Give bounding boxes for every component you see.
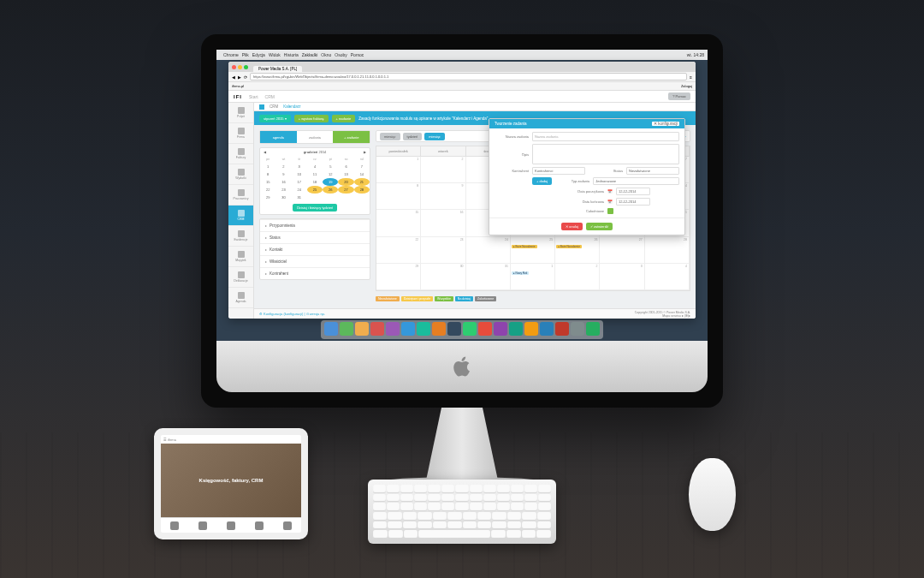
bigcal-cell[interactable]: 4 xyxy=(645,264,690,290)
new-invoice-button[interactable]: + wystaw fakturę xyxy=(294,115,329,122)
bigcal-cell[interactable]: 25● Boże Narodzenie xyxy=(511,237,555,264)
footer-left[interactable]: ⚙ Konfiguracja (konfiguracji) | ⊙ wersja… xyxy=(259,312,325,316)
bigcal-cell[interactable]: 9 xyxy=(421,183,465,210)
nav-item-pulpit[interactable]: Pulpit xyxy=(228,103,253,123)
mini-cal-day[interactable]: 17 xyxy=(292,178,307,186)
menu-people[interactable]: Osoby xyxy=(335,52,346,57)
mini-cal-day[interactable]: 19 xyxy=(323,178,338,186)
save-button[interactable]: ✓ zatwierdź xyxy=(586,223,613,230)
mini-cal-day[interactable]: 26 xyxy=(323,186,338,194)
back-icon[interactable]: ◀ xyxy=(232,74,235,80)
select-status[interactable]: Niezałatwione xyxy=(626,167,679,175)
mini-cal-day[interactable]: 15 xyxy=(260,178,275,186)
header-tab-crm[interactable]: CRM xyxy=(265,94,275,99)
nav-item-ewidencje[interactable]: Ewidencje xyxy=(228,226,253,247)
input-description[interactable] xyxy=(532,144,679,164)
maximize-window-icon[interactable] xyxy=(244,65,248,69)
menu-bookmarks[interactable]: Zakładki xyxy=(302,52,318,57)
bigcal-cell[interactable]: 31 xyxy=(466,264,511,290)
mini-cal-day[interactable]: 23 xyxy=(275,186,291,194)
browser-tab[interactable]: Power Media S.A. [PL] xyxy=(253,66,302,72)
nav-item-majątek[interactable]: Majątek xyxy=(228,247,253,267)
menu-file[interactable]: Plik xyxy=(242,52,249,57)
extension-label[interactable]: Zaloguj xyxy=(681,84,692,88)
apple-mouse[interactable] xyxy=(689,458,736,531)
help-button[interactable]: ? Pomoc xyxy=(668,92,690,100)
today-button[interactable]: Dzisiaj i bieżący tydzień xyxy=(293,204,337,212)
cal-next-icon[interactable]: ▶ xyxy=(364,150,366,154)
calendar-icon[interactable]: 📅 xyxy=(607,189,613,194)
select-task-type[interactable]: Jednorazowe xyxy=(593,177,679,185)
mini-cal-day[interactable]: 1 xyxy=(260,163,275,170)
mini-cal-day[interactable]: 22 xyxy=(260,186,275,194)
cal-prev-icon[interactable]: ◀ xyxy=(264,150,266,154)
mini-cal-day[interactable]: 7 xyxy=(354,163,370,170)
bigcal-cell[interactable]: 2 xyxy=(421,157,465,183)
menu-help[interactable]: Pomoc xyxy=(351,52,364,57)
mini-cal-day[interactable]: 3 xyxy=(292,163,307,170)
nav-item-agenda[interactable]: Agenda xyxy=(228,288,253,308)
menu-chrome[interactable]: Chrome xyxy=(223,52,239,57)
dock-app-icon[interactable] xyxy=(478,322,492,336)
dock-app-icon[interactable] xyxy=(463,322,477,336)
menu-icon[interactable]: ≡ xyxy=(690,74,692,80)
bigcal-cell[interactable]: 26● Boże Narodzenie xyxy=(555,237,600,264)
reload-icon[interactable]: ⟳ xyxy=(244,74,247,80)
dock-app-icon[interactable] xyxy=(401,322,415,336)
dock-app-icon[interactable] xyxy=(432,322,446,336)
mini-cal-day[interactable]: 16 xyxy=(275,178,291,186)
mini-cal-day[interactable]: 25 xyxy=(307,186,323,194)
menu-view[interactable]: Widok xyxy=(269,52,281,57)
mini-cal-day[interactable]: 14 xyxy=(354,170,370,178)
home-icon[interactable] xyxy=(259,104,264,110)
bigcal-cell[interactable]: 15 xyxy=(376,210,421,236)
mini-cal-day[interactable]: 28 xyxy=(354,186,370,194)
mini-cal-day[interactable]: 9 xyxy=(275,170,291,178)
nav-item-wydatki[interactable]: Wydatki xyxy=(228,164,253,185)
mini-cal-day[interactable]: 18 xyxy=(307,178,323,186)
bigcal-cell[interactable]: 30 xyxy=(421,264,465,290)
dock-app-icon[interactable] xyxy=(524,322,538,336)
add-contractor-button[interactable]: + dodaj xyxy=(532,177,552,185)
mini-cal-day[interactable]: 24 xyxy=(292,186,307,194)
nav-item-firma[interactable]: Firma xyxy=(228,123,253,144)
accordion-przypomnienia[interactable]: Przypomnienia xyxy=(260,219,370,231)
mini-cal-day[interactable]: 4 xyxy=(307,163,323,170)
mini-cal-day[interactable]: 30 xyxy=(275,194,291,201)
period-dropdown[interactable]: styczeń 2015 ▾ xyxy=(259,115,291,122)
input-start-date[interactable]: 12-12-2014 xyxy=(616,188,650,195)
mini-cal-day[interactable]: 31 xyxy=(292,194,307,201)
tab-tasks[interactable]: zadania xyxy=(297,131,334,143)
nav-item-faktury[interactable]: Faktury xyxy=(228,144,253,164)
event-boze-narodzenie[interactable]: ● Boże Narodzenie xyxy=(512,245,537,248)
event-nowy-rok[interactable]: ● Nowy Rok xyxy=(512,271,529,275)
apple-keyboard[interactable] xyxy=(368,480,556,544)
filter-tag[interactable]: Zakończone xyxy=(475,296,496,301)
dock-app-icon[interactable] xyxy=(386,322,400,336)
view-week-button[interactable]: tydzień xyxy=(403,133,423,140)
accordion-właściciel[interactable]: Właściciel xyxy=(260,255,370,267)
checkbox-allday[interactable] xyxy=(607,208,613,214)
dock-app-icon[interactable] xyxy=(417,322,430,336)
bigcal-cell[interactable]: 22 xyxy=(376,237,421,264)
dock-app-icon[interactable] xyxy=(586,322,600,336)
bigcal-cell[interactable]: 16 xyxy=(421,210,465,236)
address-bar[interactable]: https://www.ifirma.pl/cgi-bin/WebObjects… xyxy=(250,73,687,80)
mini-cal-day[interactable]: 12 xyxy=(323,170,338,178)
menu-window[interactable]: Okno xyxy=(321,52,331,57)
bigcal-cell[interactable]: 1● Nowy Rok xyxy=(511,264,555,290)
filter-tag[interactable]: Dzisiejsze i przyszłe xyxy=(401,296,433,301)
accordion-kontrahent[interactable]: Kontrahent xyxy=(260,267,370,279)
close-window-icon[interactable] xyxy=(232,65,236,69)
ipad[interactable]: ☰ ifirma Księgowość, faktury, CRM xyxy=(154,428,308,539)
bigcal-cell[interactable]: 24 xyxy=(466,237,511,264)
input-end-date[interactable]: 12-12-2014 xyxy=(616,198,650,206)
nav-item-crm[interactable]: CRM xyxy=(228,206,253,226)
mini-cal-day[interactable]: 20 xyxy=(338,178,353,186)
nav-item-pracownicy[interactable]: Pracownicy xyxy=(228,185,253,206)
select-contractor[interactable]: Kontrahenci xyxy=(532,167,585,175)
mini-cal-day[interactable]: 5 xyxy=(323,163,338,170)
crumb-calendar[interactable]: Kalendarz xyxy=(283,104,300,109)
event-boze-narodzenie[interactable]: ● Boże Narodzenie xyxy=(556,245,582,248)
filter-tag[interactable]: Na dzisiaj xyxy=(455,296,473,301)
